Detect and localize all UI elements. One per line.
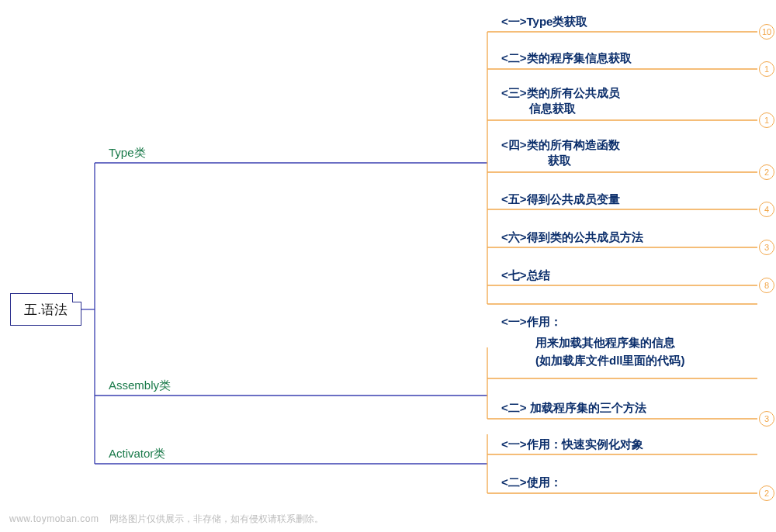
leaf-t7[interactable]: <七>总结 [501, 268, 550, 283]
leaf-t4-line1: <四>类的所有构造函数 [501, 138, 620, 151]
leaf-t3-line1: <三>类的所有公共成员 [501, 86, 620, 99]
leaf-t3[interactable]: <三>类的所有公共成员 信息获取 [501, 85, 620, 117]
leaf-v1[interactable]: <一>作用：快速实例化对象 [501, 437, 643, 452]
badge-t5[interactable]: 4 [759, 202, 774, 217]
leaf-a1-line2: 用来加载其他程序集的信息 [535, 334, 685, 352]
leaf-t4-line2: 获取 [501, 153, 620, 168]
leaf-v2[interactable]: <二>使用： [501, 475, 562, 490]
leaf-a1-line3: (如加载库文件dll里面的代码) [535, 352, 685, 370]
badge-v2[interactable]: 2 [759, 485, 774, 501]
leaf-t6[interactable]: <六>得到类的公共成员方法 [501, 230, 643, 245]
root-node[interactable]: 五.语法 [10, 293, 81, 326]
watermark: www.toymoban.com 网络图片仅供展示，非存储，如有侵权请联系删除。 [9, 513, 324, 526]
badge-t1[interactable]: 10 [759, 24, 774, 40]
watermark-note: 网络图片仅供展示，非存储，如有侵权请联系删除。 [109, 513, 324, 524]
leaf-a2[interactable]: <二> 加载程序集的三个方法 [501, 400, 646, 416]
leaf-t5[interactable]: <五>得到公共成员变量 [501, 192, 620, 207]
fold-corner-icon [72, 293, 81, 302]
leaf-a1[interactable]: <一>作用： 用来加载其他程序集的信息 (如加载库文件dll里面的代码) [501, 314, 685, 369]
leaf-t3-line2: 信息获取 [501, 101, 620, 116]
root-title: 五.语法 [24, 301, 68, 319]
leaf-t4[interactable]: <四>类的所有构造函数 获取 [501, 137, 620, 169]
branch-assembly[interactable]: Assembly类 [109, 378, 171, 393]
badge-t2[interactable]: 1 [759, 61, 774, 77]
leaf-t1[interactable]: <一>Type类获取 [501, 14, 587, 29]
branch-type[interactable]: Type类 [109, 146, 146, 161]
badge-t7[interactable]: 8 [759, 278, 774, 293]
branch-activator[interactable]: Activator类 [109, 447, 165, 461]
badge-t4[interactable]: 2 [759, 164, 774, 180]
badge-t6[interactable]: 3 [759, 240, 774, 255]
leaf-t2[interactable]: <二>类的程序集信息获取 [501, 50, 632, 66]
badge-t3[interactable]: 1 [759, 112, 774, 128]
leaf-a1-line1: <一>作用： [501, 315, 562, 328]
watermark-site: www.toymoban.com [9, 513, 99, 524]
badge-a2[interactable]: 3 [759, 411, 774, 427]
